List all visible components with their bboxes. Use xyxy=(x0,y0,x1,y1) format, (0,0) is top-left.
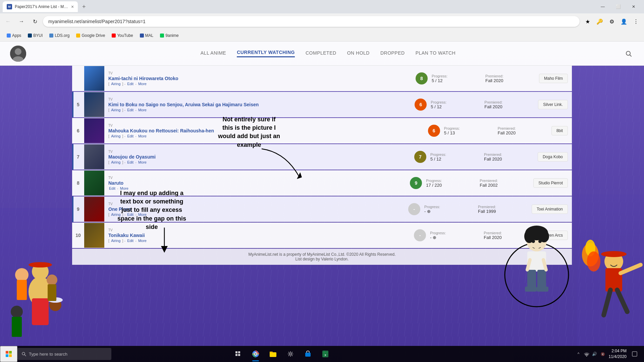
minimize-button[interactable]: — xyxy=(595,0,610,13)
new-tab-button[interactable]: + xyxy=(79,2,89,11)
more-link[interactable]: More xyxy=(120,186,128,190)
more-link[interactable]: More xyxy=(138,134,147,138)
edit-link[interactable]: Edit xyxy=(127,160,133,164)
anime-title[interactable]: Maoujou de Oyasumi xyxy=(108,154,406,160)
bookmark-star-icon[interactable]: ★ xyxy=(582,16,593,27)
airing-link[interactable]: Airing xyxy=(111,239,120,243)
bookmark-mal[interactable]: MAL xyxy=(137,32,156,39)
studio-button[interactable]: Silver Link. xyxy=(538,100,568,109)
anime-title[interactable]: One Piece xyxy=(108,206,400,212)
anime-actions: Edit - More xyxy=(108,186,402,190)
table-row: 9 TV One Piece [ Airing ] - Edit - More … xyxy=(72,196,572,222)
tab-close-button[interactable]: × xyxy=(71,4,74,9)
user-avatar[interactable] xyxy=(10,46,26,62)
edit-link[interactable]: Edit xyxy=(109,186,115,190)
airing-link[interactable]: Airing xyxy=(111,82,120,86)
bookmark-lds-label: LDS.org xyxy=(55,33,69,38)
taskbar-search[interactable]: Type here to search xyxy=(17,348,111,360)
extension-icon[interactable]: 🔑 xyxy=(594,16,605,27)
bookmark-youtube[interactable]: YouTube xyxy=(109,32,136,39)
bookmark-gdrive[interactable]: Google Drive xyxy=(73,32,108,39)
extensions-button[interactable]: ⚙ xyxy=(606,16,617,27)
bookmark-lds[interactable]: LDS.org xyxy=(47,32,72,39)
maximize-button[interactable]: ⬜ xyxy=(610,0,626,13)
back-button[interactable]: ← xyxy=(3,16,13,27)
notification-button[interactable] xyxy=(629,346,640,362)
settings-button[interactable] xyxy=(282,346,299,362)
file-explorer-button[interactable] xyxy=(265,346,281,362)
anime-title[interactable]: Kimi to Boku no Saigo no Senjou, Aruiwa … xyxy=(108,102,407,107)
more-link[interactable]: More xyxy=(138,160,147,164)
more-link[interactable]: More xyxy=(138,239,147,243)
start-button[interactable] xyxy=(0,346,17,362)
studio-button[interactable]: Doga Kobo xyxy=(538,152,568,162)
bookmark-9anime[interactable]: 9anime xyxy=(157,32,181,39)
studio-button[interactable]: Toei Animation xyxy=(532,204,568,214)
excel-button[interactable]: X xyxy=(317,346,333,362)
edit-link[interactable]: Edit xyxy=(127,239,133,243)
more-link[interactable]: More xyxy=(138,82,147,86)
nav-completed[interactable]: COMPLETED xyxy=(306,50,336,57)
network-icon[interactable] xyxy=(583,351,590,357)
premiere-label: Premiered: xyxy=(485,74,539,78)
chrome-taskbar-button[interactable] xyxy=(248,346,264,362)
airing-link[interactable]: Airing xyxy=(111,160,120,164)
studio-button[interactable]: Studio Pierrot xyxy=(533,178,568,188)
anime-info: TV Tonikaku Kawaii [ Airing ] - Edit - M… xyxy=(104,226,410,245)
airing-link[interactable]: Airing xyxy=(111,108,120,112)
anime-type: TV xyxy=(108,176,402,180)
reload-button[interactable]: ↻ xyxy=(30,16,40,27)
anime-title[interactable]: Kami-tachi ni Hirowareta Otoko xyxy=(108,76,408,81)
progress-value: 5 / 12 xyxy=(430,157,484,162)
row-number: 8 xyxy=(72,180,84,186)
browser-tab[interactable]: M Paper2017's Anime List - MyAni... × xyxy=(3,1,78,12)
tab-bar: M Paper2017's Anime List - MyAni... × + … xyxy=(0,0,644,13)
anime-title[interactable]: Tonikaku Kawaii xyxy=(108,233,406,238)
nav-plan-to-watch[interactable]: PLAN TO WATCH xyxy=(416,50,456,57)
nav-all-anime[interactable]: ALL ANIME xyxy=(201,50,226,57)
studio-button[interactable]: Maho Film xyxy=(539,74,568,83)
system-clock[interactable]: 2:04 PM 11/4/2020 xyxy=(609,348,627,360)
bookmark-apps[interactable]: Apps xyxy=(4,32,24,39)
close-button[interactable]: ✕ xyxy=(626,0,641,13)
hidden-icons-button[interactable]: ^ xyxy=(575,351,582,357)
edit-link[interactable]: Edit xyxy=(127,108,133,112)
premiere-label: Premiered: xyxy=(480,179,533,183)
svg-point-11 xyxy=(29,262,52,267)
bookmark-mal-label: MAL xyxy=(145,33,154,38)
volume-icon[interactable]: 🔊 xyxy=(591,351,598,357)
edit-link[interactable]: Edit xyxy=(127,213,133,217)
nav-currently-watching[interactable]: CURRENTLY WATCHING xyxy=(237,50,295,57)
task-view-button[interactable] xyxy=(230,346,246,362)
studio-button[interactable]: 8bit xyxy=(551,126,568,135)
progress-value: - ⊕ xyxy=(424,209,478,214)
premiere-label: Premiered: xyxy=(484,153,538,157)
airing-link[interactable]: Airing xyxy=(111,213,120,217)
anime-premiere: Premiered: Fall 1999 xyxy=(478,205,532,214)
anime-title[interactable]: Mahouka Koukou no Rettousei: Raihousha-h… xyxy=(108,128,420,133)
airing-link[interactable]: Airing xyxy=(111,134,120,138)
anime-title[interactable]: Naruto xyxy=(108,180,402,186)
nav-dropped[interactable]: DROPPED xyxy=(380,50,405,57)
nav-on-hold[interactable]: ON HOLD xyxy=(347,50,370,57)
url-bar[interactable]: myanimelist.net/animelist/Paper2017?stat… xyxy=(43,16,580,27)
forward-button[interactable]: → xyxy=(16,16,27,27)
svg-rect-49 xyxy=(6,351,8,354)
more-link[interactable]: More xyxy=(138,213,147,217)
anime-progress: Progress: - ⊕ xyxy=(424,205,478,214)
anime-actions: [ Airing ] - Edit - More xyxy=(108,213,400,217)
svg-point-71 xyxy=(586,356,587,357)
search-button[interactable] xyxy=(623,48,634,59)
profile-button[interactable]: 👤 xyxy=(619,16,629,27)
ms-store-button[interactable] xyxy=(300,346,316,362)
more-link[interactable]: More xyxy=(138,108,147,112)
edit-link[interactable]: Edit xyxy=(127,134,133,138)
anime-actions: [ Airing ] - Edit - More xyxy=(108,239,406,243)
tab-title: Paper2017's Anime List - MyAni... xyxy=(15,4,68,9)
menu-button[interactable]: ⋮ xyxy=(631,16,641,27)
bookmark-byui[interactable]: BYUI xyxy=(25,32,45,39)
edit-link[interactable]: Edit xyxy=(127,82,133,86)
anime-actions: [ Airing ] - Edit - More xyxy=(108,134,420,138)
premiere-value: Fall 2002 xyxy=(480,183,533,188)
anime-thumbnail xyxy=(84,171,104,195)
